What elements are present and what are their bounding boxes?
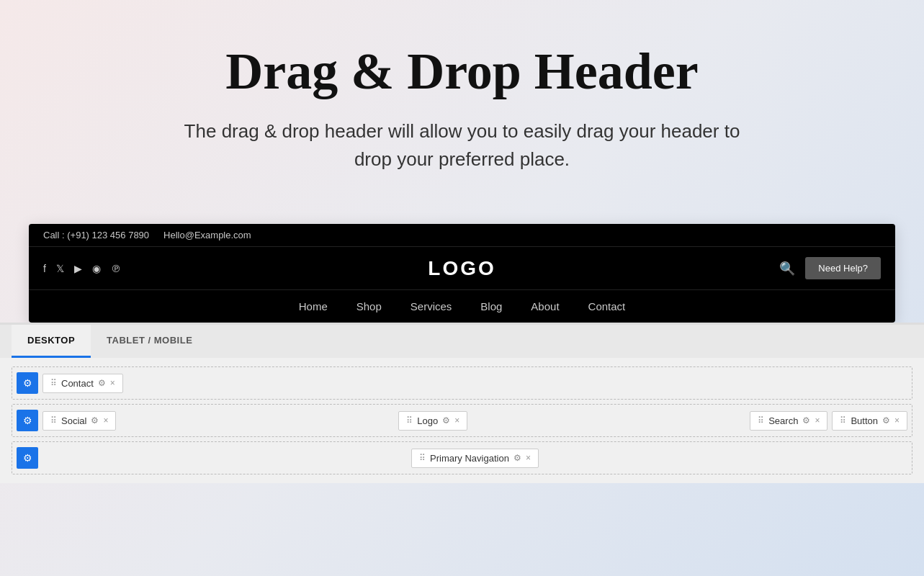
top-bar: Call : (+91) 123 456 7890 Hello@Example.… bbox=[29, 224, 895, 246]
button-gear-icon[interactable]: ⚙ bbox=[882, 415, 890, 426]
nav-item-home[interactable]: Home bbox=[299, 300, 328, 312]
button-widget[interactable]: ⠿ Button ⚙ × bbox=[832, 411, 907, 431]
search-widget[interactable]: ⠿ Search ⚙ × bbox=[750, 411, 827, 431]
search-widget-label: Search bbox=[768, 415, 798, 426]
row-3-settings-button[interactable]: ⚙ bbox=[17, 447, 38, 469]
primary-navigation-close-icon[interactable]: × bbox=[526, 453, 531, 463]
logo-close-icon[interactable]: × bbox=[454, 415, 459, 426]
social-gear-icon[interactable]: ⚙ bbox=[91, 415, 99, 426]
drag-handle-icon: ⠿ bbox=[406, 415, 413, 426]
facebook-icon: f bbox=[43, 263, 46, 274]
builder-tabs: DESKTOP TABLET / MOBILE bbox=[0, 325, 924, 358]
contact-gear-icon[interactable]: ⚙ bbox=[98, 378, 106, 388]
header-preview: Call : (+91) 123 456 7890 Hello@Example.… bbox=[29, 224, 895, 323]
drag-handle-icon: ⠿ bbox=[50, 415, 57, 426]
email-label: Hello@Example.com bbox=[163, 230, 251, 240]
logo: LOGO bbox=[428, 257, 495, 280]
contact-widget-label: Contact bbox=[61, 378, 94, 389]
builder-row-2: ⚙ ⠿ Social ⚙ × ⠿ Logo ⚙ × bbox=[12, 404, 912, 437]
row-1-settings-button[interactable]: ⚙ bbox=[17, 372, 38, 394]
logo-gear-icon[interactable]: ⚙ bbox=[442, 415, 450, 426]
primary-navigation-label: Primary Navigation bbox=[430, 453, 509, 464]
row-2-left: ⠿ Social ⚙ × bbox=[42, 411, 116, 431]
row-3-center: ⠿ Primary Navigation ⚙ × bbox=[332, 449, 617, 468]
row-2-settings-button[interactable]: ⚙ bbox=[17, 410, 38, 431]
primary-navigation-widget[interactable]: ⠿ Primary Navigation ⚙ × bbox=[411, 449, 539, 468]
twitter-icon: 𝕏 bbox=[56, 263, 64, 274]
logo-widget[interactable]: ⠿ Logo ⚙ × bbox=[398, 411, 467, 431]
search-icon[interactable]: 🔍 bbox=[779, 261, 795, 276]
social-widget[interactable]: ⠿ Social ⚙ × bbox=[42, 411, 116, 431]
search-close-icon[interactable]: × bbox=[815, 415, 820, 426]
search-gear-icon[interactable]: ⚙ bbox=[802, 415, 810, 426]
row-1-content: ⠿ Contact ⚙ × bbox=[42, 374, 907, 393]
row-3-content: ⠿ Primary Navigation ⚙ × bbox=[42, 449, 907, 468]
tab-desktop[interactable]: DESKTOP bbox=[12, 325, 91, 358]
builder-rows: ⚙ ⠿ Contact ⚙ × ⚙ ⠿ Social ⚙ bbox=[0, 358, 924, 483]
page-title: Drag & Drop Header bbox=[14, 43, 910, 100]
nav-item-about[interactable]: About bbox=[531, 300, 559, 312]
instagram-icon: ◉ bbox=[92, 263, 101, 274]
builder-section: DESKTOP TABLET / MOBILE ⚙ ⠿ Contact ⚙ × … bbox=[0, 323, 924, 483]
builder-row-1: ⚙ ⠿ Contact ⚙ × bbox=[12, 366, 912, 400]
row-2-center: ⠿ Logo ⚙ × bbox=[120, 411, 745, 431]
drag-handle-icon: ⠿ bbox=[419, 453, 426, 463]
contact-close-icon[interactable]: × bbox=[110, 378, 115, 388]
phone-label: Call : (+91) 123 456 7890 bbox=[43, 230, 149, 240]
hero-section: Drag & Drop Header The drag & drop heade… bbox=[0, 0, 924, 202]
drag-handle-icon: ⠿ bbox=[840, 415, 846, 426]
nav-item-contact[interactable]: Contact bbox=[588, 300, 626, 312]
nav-bar: Home Shop Services Blog About Contact bbox=[29, 289, 895, 323]
need-help-button[interactable]: Need Help? bbox=[805, 257, 881, 279]
nav-item-shop[interactable]: Shop bbox=[356, 300, 382, 312]
social-close-icon[interactable]: × bbox=[103, 415, 108, 426]
main-bar-right: 🔍 Need Help? bbox=[779, 257, 881, 279]
main-bar: f 𝕏 ▶ ◉ ℗ LOGO 🔍 Need Help? bbox=[29, 246, 895, 289]
pinterest-icon: ℗ bbox=[111, 263, 121, 274]
logo-widget-label: Logo bbox=[417, 415, 438, 426]
social-icons: f 𝕏 ▶ ◉ ℗ bbox=[43, 263, 121, 274]
row-2-content: ⠿ Social ⚙ × ⠿ Logo ⚙ × bbox=[42, 411, 907, 431]
builder-row-3: ⚙ ⠿ Primary Navigation ⚙ × bbox=[12, 441, 912, 474]
tab-tablet-mobile[interactable]: TABLET / MOBILE bbox=[91, 325, 208, 358]
button-widget-label: Button bbox=[851, 415, 878, 426]
youtube-icon: ▶ bbox=[74, 263, 82, 274]
nav-item-blog[interactable]: Blog bbox=[480, 300, 502, 312]
row-2-right: ⠿ Search ⚙ × ⠿ Button ⚙ × bbox=[750, 411, 907, 431]
social-widget-label: Social bbox=[61, 415, 86, 426]
button-close-icon[interactable]: × bbox=[894, 415, 900, 426]
nav-item-services[interactable]: Services bbox=[411, 300, 452, 312]
drag-handle-icon: ⠿ bbox=[758, 415, 764, 426]
drag-handle-icon: ⠿ bbox=[50, 378, 57, 388]
hero-subtitle: The drag & drop header will allow you to… bbox=[181, 117, 743, 174]
contact-widget[interactable]: ⠿ Contact ⚙ × bbox=[42, 374, 123, 393]
primary-navigation-gear-icon[interactable]: ⚙ bbox=[513, 453, 521, 463]
